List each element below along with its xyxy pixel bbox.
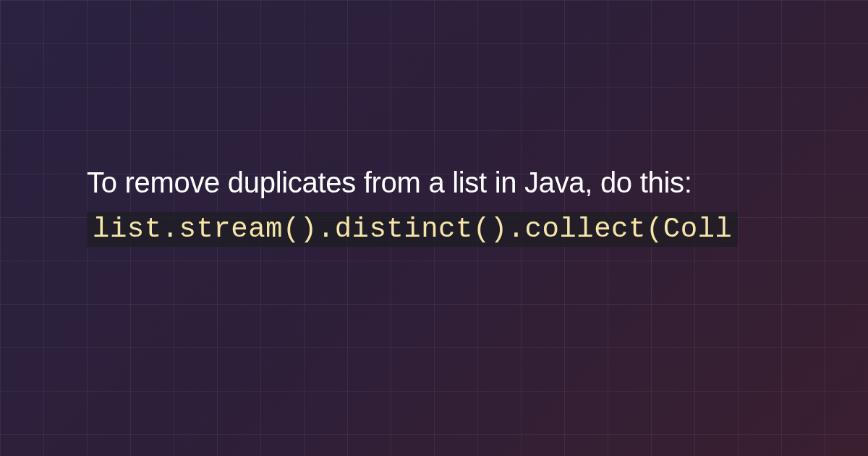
- content-container: To remove duplicates from a list in Java…: [87, 166, 868, 250]
- snippet-description: To remove duplicates from a list in Java…: [87, 166, 868, 199]
- code-snippet: list.stream().distinct().collect(Coll: [87, 212, 738, 247]
